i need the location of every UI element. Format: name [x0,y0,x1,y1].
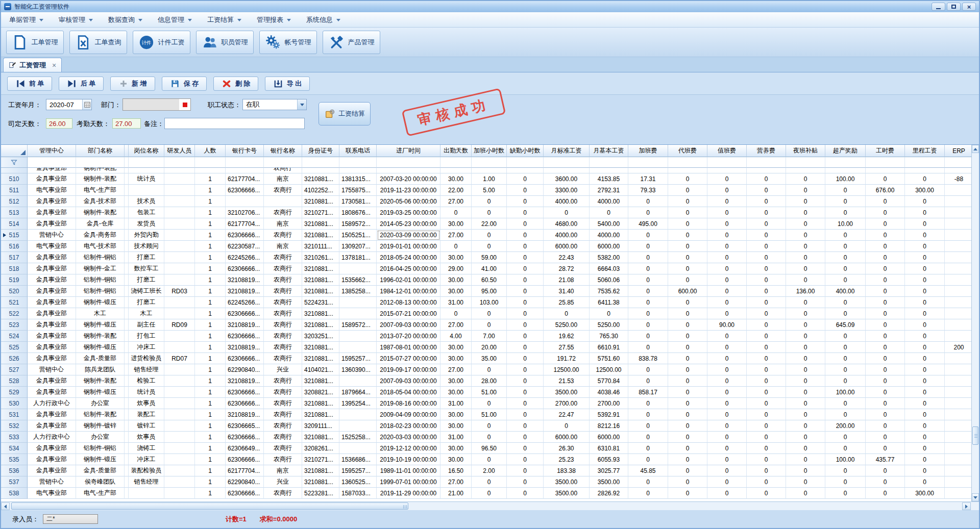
row-number-cell[interactable]: 537 [1,476,28,488]
operator-field[interactable]: 二* [43,514,98,524]
filter-cell[interactable] [668,157,707,168]
column-header[interactable]: 值班费 [707,145,747,157]
salary-month-input[interactable]: 2020-07 [46,99,92,110]
tab-close-icon[interactable]: × [52,62,56,69]
partial-row[interactable]: 金具事业部钢制件-装配农商行 [1,168,973,173]
row-number-cell[interactable]: 523 [1,319,28,331]
prev-record-button[interactable]: 前 单 [7,77,52,91]
table-row[interactable]: 516电气事业部电气-技术部技术顾问162230587...南京3210111.… [1,241,973,252]
table-row[interactable]: 531金具事业部铝制件-装配装配工132108819...农商行3210881.… [1,409,973,420]
filter-cell[interactable] [825,157,866,168]
table-row[interactable]: 518金具事业部钢制件-金工数控车工162306666...农商行3210881… [1,263,973,274]
filter-cell[interactable] [440,157,472,168]
filter-cell[interactable] [905,157,945,168]
work-order-query-button[interactable]: 工单查询 [69,31,127,54]
filter-cell[interactable] [544,157,590,168]
column-header[interactable]: 夜班补贴 [786,145,825,157]
maximize-button[interactable] [947,3,961,11]
row-number-cell[interactable]: 514 [1,218,28,230]
row-number-cell[interactable]: 520 [1,286,28,297]
table-row[interactable]: 513金具事业部钢制件-装配包装工132102706...农商行3210271.… [1,207,973,218]
chevron-down-icon[interactable] [297,99,306,110]
table-row[interactable]: 529金具事业部钢制件-锻压统计员162306666...农商行3208821.… [1,387,973,398]
table-row[interactable]: 515营销中心金具-商务部外贸内勤162306666...农商行3210881.… [1,230,973,241]
column-header[interactable]: 代班费 [668,145,707,157]
filter-cell[interactable] [628,157,668,168]
filter-cell[interactable] [264,157,302,168]
account-mgmt-button[interactable]: 帐号管理 [259,31,317,54]
row-number-cell[interactable]: 515 [1,230,28,241]
salary-settle-button[interactable]: 工资结算 [318,102,371,125]
column-header[interactable]: 部门名称 [76,145,125,157]
row-number-cell[interactable]: 512 [1,196,28,207]
row-number-cell[interactable]: 528 [1,375,28,387]
column-header[interactable]: 里程工资 [905,145,945,157]
save-record-button[interactable]: 保 存 [162,77,207,91]
column-header[interactable]: ERP [945,145,973,157]
column-header[interactable]: 出勤天数 [440,145,472,157]
table-row[interactable]: 521金具事业部钢制件-锻压打磨工162245266...农商行5224231.… [1,297,973,308]
menu-item-data-query[interactable]: 数据查询 [108,15,142,24]
table-row[interactable]: 527营销中心陈兵龙团队销售经理162290840...兴业4104021...… [1,364,973,375]
filter-cell[interactable] [507,157,544,168]
table-row[interactable]: 514金具事业部金具-仓库发货员162177704...南京3210881...… [1,218,973,230]
column-header[interactable]: 加班小时数 [472,145,507,157]
row-number-cell[interactable]: 525 [1,342,28,353]
column-header[interactable]: 岗位名称 [129,145,164,157]
table-row[interactable]: 538电气事业部电气-生产部162306666...农商行5223281...1… [1,488,973,499]
menu-item-salary-settlement[interactable]: 工资结算 [207,15,241,24]
table-row[interactable]: 520金具事业部铝制件-铜铝浇铸工班长RD03132108819...农商行32… [1,286,973,297]
row-number-cell[interactable]: 534 [1,443,28,454]
menu-item-info-mgmt[interactable]: 信息管理 [158,15,192,24]
filter-cell[interactable] [590,157,628,168]
table-row[interactable]: 536金具事业部金具-质量部装配检验员162177704...南京3210881… [1,465,973,476]
piecework-salary-button[interactable]: 计件计件工资 [133,31,190,54]
row-number-cell[interactable]: 524 [1,331,28,342]
filter-cell[interactable] [707,157,747,168]
table-row[interactable]: 519金具事业部铝制件-铜铝打磨工132108819...农商行3210881.… [1,274,973,286]
table-row[interactable]: 535金具事业部钢制件-锻压冲床工162306666...农商行3210271.… [1,454,973,465]
calendar-icon[interactable] [82,99,91,110]
filter-cell[interactable] [377,157,440,168]
filter-cell[interactable] [866,157,905,168]
menu-item-report-mgmt[interactable]: 管理报表 [257,15,291,24]
minimize-button[interactable] [932,3,945,11]
column-header[interactable]: 银行名称 [264,145,302,157]
filter-row-header[interactable] [1,157,28,168]
delete-record-button[interactable]: 删 除 [213,77,258,91]
column-header[interactable]: 人数 [195,145,226,157]
horizontal-scrollbar[interactable] [1,501,979,510]
tab-salary-management[interactable]: 工资管理 × [3,58,62,72]
row-number-cell[interactable]: 511 [1,185,28,196]
row-number-cell[interactable]: 531 [1,409,28,420]
table-row[interactable]: 530人力行政中心办公室炊事员162306666...农商行3210881...… [1,398,973,409]
filter-cell[interactable] [164,157,195,168]
row-number-cell[interactable]: 532 [1,420,28,432]
scroll-left-arrow-icon[interactable] [1,502,10,510]
add-record-button[interactable]: 新 增 [110,77,155,91]
row-number-cell[interactable]: 538 [1,488,28,499]
remark-input[interactable] [164,118,305,129]
column-header[interactable]: 银行卡号 [226,145,264,157]
menu-item-system-info[interactable]: 系统信息 [306,15,340,24]
scroll-up-arrow-icon[interactable] [972,145,979,153]
product-mgmt-button[interactable]: 产品管理 [323,31,380,54]
column-header[interactable]: 缺勤小时数 [507,145,544,157]
column-header[interactable] [125,145,129,157]
table-row[interactable]: 537营销中心侯奇峰团队销售经理162290840...兴业3210881...… [1,476,973,488]
table-row[interactable]: 511电气事业部电气-生产部162306666...农商行4102252...1… [1,185,973,196]
table-row[interactable]: 510金具事业部钢制件-装配统计员162177704...南京3210881..… [1,173,973,185]
row-number-cell[interactable]: 527 [1,364,28,375]
row-number-cell[interactable]: 513 [1,207,28,218]
row-number-cell[interactable]: 521 [1,297,28,308]
filter-cell[interactable] [125,157,129,168]
grid-corner-cell[interactable] [1,145,28,157]
row-number-cell[interactable]: 533 [1,432,28,443]
row-number-cell[interactable]: 519 [1,274,28,286]
filter-cell[interactable] [76,157,125,168]
column-header[interactable]: 联系电话 [339,145,377,157]
row-number-cell[interactable]: 536 [1,465,28,476]
vertical-scrollbar[interactable] [971,145,979,501]
column-header[interactable]: 身份证号 [302,145,339,157]
attendance-days-input[interactable]: 27.00 [112,118,141,129]
